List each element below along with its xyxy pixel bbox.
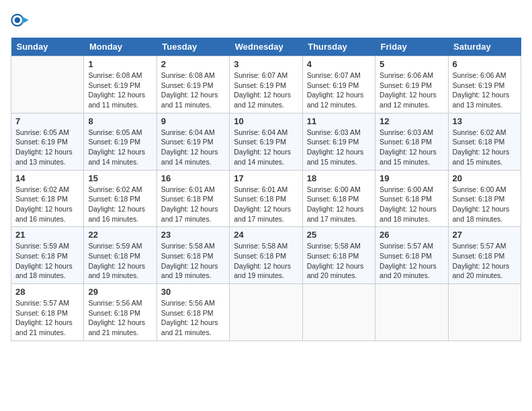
header-row: SundayMondayTuesdayWednesdayThursdayFrid… [11,38,521,56]
day-info: Sunrise: 6:05 AMSunset: 6:19 PMDaylight:… [88,128,152,167]
day-info: Sunrise: 5:57 AMSunset: 6:18 PMDaylight:… [453,241,517,281]
calendar-cell [11,56,84,113]
calendar-cell: 18Sunrise: 6:00 AMSunset: 6:18 PMDayligh… [302,170,375,227]
day-number: 17 [234,173,298,183]
day-number: 22 [88,230,152,240]
day-info: Sunrise: 6:01 AMSunset: 6:18 PMDaylight:… [234,185,298,224]
day-info: Sunrise: 6:05 AMSunset: 6:19 PMDaylight:… [15,128,79,167]
calendar-cell: 23Sunrise: 5:58 AMSunset: 6:18 PMDayligh… [157,227,229,284]
day-info: Sunrise: 6:08 AMSunset: 6:19 PMDaylight:… [161,71,225,110]
calendar-cell: 3Sunrise: 6:07 AMSunset: 6:19 PMDaylight… [230,56,302,113]
calendar-cell: 11Sunrise: 6:03 AMSunset: 6:19 PMDayligh… [302,113,375,170]
day-info: Sunrise: 5:56 AMSunset: 6:18 PMDaylight:… [161,298,225,338]
day-info: Sunrise: 6:02 AMSunset: 6:18 PMDaylight:… [88,185,152,224]
day-number: 11 [307,116,371,126]
day-info: Sunrise: 5:58 AMSunset: 6:18 PMDaylight:… [234,241,298,281]
calendar-table: SundayMondayTuesdayWednesdayThursdayFrid… [11,38,521,341]
day-number: 18 [307,173,371,183]
calendar-header: SundayMondayTuesdayWednesdayThursdayFrid… [11,38,521,56]
day-info: Sunrise: 6:04 AMSunset: 6:19 PMDaylight:… [234,128,298,167]
day-number: 25 [307,230,371,240]
day-number: 15 [88,173,152,183]
calendar-cell: 22Sunrise: 5:59 AMSunset: 6:18 PMDayligh… [84,227,157,284]
calendar-cell [302,284,375,341]
header-friday: Friday [375,38,448,56]
calendar-cell: 13Sunrise: 6:02 AMSunset: 6:18 PMDayligh… [448,113,521,170]
header-monday: Monday [84,38,157,56]
day-info: Sunrise: 5:58 AMSunset: 6:18 PMDaylight:… [161,241,225,281]
day-number: 8 [88,116,152,126]
day-info: Sunrise: 5:56 AMSunset: 6:18 PMDaylight:… [88,298,152,338]
calendar-cell: 25Sunrise: 5:58 AMSunset: 6:18 PMDayligh… [302,227,375,284]
day-info: Sunrise: 6:04 AMSunset: 6:19 PMDaylight:… [161,128,225,167]
calendar-cell: 17Sunrise: 6:01 AMSunset: 6:18 PMDayligh… [230,170,302,227]
svg-point-1 [15,17,20,23]
day-number: 14 [15,173,79,183]
header-thursday: Thursday [302,38,375,56]
day-info: Sunrise: 6:02 AMSunset: 6:18 PMDaylight:… [453,128,517,167]
calendar-cell: 12Sunrise: 6:03 AMSunset: 6:18 PMDayligh… [375,113,448,170]
calendar-cell: 29Sunrise: 5:56 AMSunset: 6:18 PMDayligh… [84,284,157,341]
day-number: 20 [453,173,517,183]
calendar-cell: 21Sunrise: 5:59 AMSunset: 6:18 PMDayligh… [11,227,84,284]
day-info: Sunrise: 5:59 AMSunset: 6:18 PMDaylight:… [15,241,79,281]
week-row-1: 1Sunrise: 6:08 AMSunset: 6:19 PMDaylight… [11,56,521,113]
day-number: 30 [161,287,225,297]
day-number: 19 [380,173,443,183]
calendar-cell: 30Sunrise: 5:56 AMSunset: 6:18 PMDayligh… [157,284,229,341]
calendar-cell: 15Sunrise: 6:02 AMSunset: 6:18 PMDayligh… [84,170,157,227]
calendar-body: 1Sunrise: 6:08 AMSunset: 6:19 PMDaylight… [11,56,521,341]
day-info: Sunrise: 6:03 AMSunset: 6:18 PMDaylight:… [380,128,443,167]
logo [11,11,32,30]
day-number: 6 [453,59,517,69]
calendar-cell: 10Sunrise: 6:04 AMSunset: 6:19 PMDayligh… [230,113,302,170]
day-number: 23 [161,230,225,240]
week-row-5: 28Sunrise: 5:57 AMSunset: 6:18 PMDayligh… [11,284,521,341]
day-info: Sunrise: 5:58 AMSunset: 6:18 PMDaylight:… [307,241,371,281]
day-number: 9 [161,116,225,126]
day-info: Sunrise: 6:07 AMSunset: 6:19 PMDaylight:… [307,71,371,110]
day-number: 28 [15,287,79,297]
day-info: Sunrise: 6:01 AMSunset: 6:18 PMDaylight:… [161,185,225,224]
header-wednesday: Wednesday [230,38,302,56]
day-info: Sunrise: 6:07 AMSunset: 6:19 PMDaylight:… [234,71,298,110]
week-row-3: 14Sunrise: 6:02 AMSunset: 6:18 PMDayligh… [11,170,521,227]
week-row-2: 7Sunrise: 6:05 AMSunset: 6:19 PMDaylight… [11,113,521,170]
calendar-cell: 26Sunrise: 5:57 AMSunset: 6:18 PMDayligh… [375,227,448,284]
calendar-cell: 20Sunrise: 6:00 AMSunset: 6:18 PMDayligh… [448,170,521,227]
day-number: 24 [234,230,298,240]
calendar-cell: 8Sunrise: 6:05 AMSunset: 6:19 PMDaylight… [84,113,157,170]
calendar-cell: 14Sunrise: 6:02 AMSunset: 6:18 PMDayligh… [11,170,84,227]
day-number: 4 [307,59,371,69]
calendar-cell: 24Sunrise: 5:58 AMSunset: 6:18 PMDayligh… [230,227,302,284]
day-info: Sunrise: 5:57 AMSunset: 6:18 PMDaylight:… [380,241,443,281]
header-tuesday: Tuesday [157,38,229,56]
day-number: 2 [161,59,225,69]
calendar-cell [375,284,448,341]
day-info: Sunrise: 6:06 AMSunset: 6:19 PMDaylight:… [453,71,517,110]
day-number: 10 [234,116,298,126]
day-number: 27 [453,230,517,240]
day-info: Sunrise: 6:00 AMSunset: 6:18 PMDaylight:… [453,185,517,224]
day-info: Sunrise: 6:00 AMSunset: 6:18 PMDaylight:… [307,185,371,224]
day-info: Sunrise: 6:06 AMSunset: 6:19 PMDaylight:… [380,71,443,110]
calendar-cell: 2Sunrise: 6:08 AMSunset: 6:19 PMDaylight… [157,56,229,113]
calendar-cell: 28Sunrise: 5:57 AMSunset: 6:18 PMDayligh… [11,284,84,341]
header-saturday: Saturday [448,38,521,56]
day-info: Sunrise: 5:57 AMSunset: 6:18 PMDaylight:… [15,298,79,338]
week-row-4: 21Sunrise: 5:59 AMSunset: 6:18 PMDayligh… [11,227,521,284]
day-number: 29 [88,287,152,297]
day-info: Sunrise: 6:00 AMSunset: 6:18 PMDaylight:… [380,185,443,224]
day-number: 5 [380,59,443,69]
calendar-cell: 16Sunrise: 6:01 AMSunset: 6:18 PMDayligh… [157,170,229,227]
day-number: 16 [161,173,225,183]
day-info: Sunrise: 6:02 AMSunset: 6:18 PMDaylight:… [15,185,79,224]
header-sunday: Sunday [11,38,84,56]
calendar-cell: 19Sunrise: 6:00 AMSunset: 6:18 PMDayligh… [375,170,448,227]
calendar-cell: 6Sunrise: 6:06 AMSunset: 6:19 PMDaylight… [448,56,521,113]
svg-marker-2 [22,16,29,24]
calendar-cell: 5Sunrise: 6:06 AMSunset: 6:19 PMDaylight… [375,56,448,113]
calendar-cell [230,284,302,341]
page-header [11,11,521,30]
calendar-cell: 9Sunrise: 6:04 AMSunset: 6:19 PMDaylight… [157,113,229,170]
